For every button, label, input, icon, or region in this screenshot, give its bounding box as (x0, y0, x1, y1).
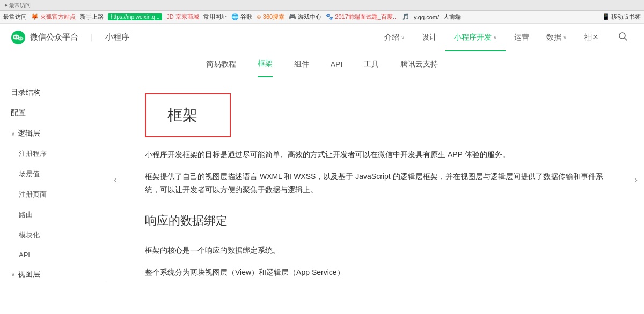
right-chevron-icon: › (634, 174, 638, 185)
bookmark-360[interactable]: ⊙ 360搜索 (257, 13, 284, 21)
bookmark-zuichang[interactable]: 最常访问 (3, 13, 27, 21)
bookmark-google[interactable]: 🌐 谷歌 (231, 13, 252, 21)
subnav-jianyijiaocheng[interactable]: 简易教程 (206, 51, 236, 77)
svg-point-3 (17, 36, 18, 38)
sidebar-item-luyou[interactable]: 路由 (0, 205, 107, 225)
browser-chrome: ● 最常访问 (0, 0, 644, 11)
app-container: 微信公众平台 ｜ 小程序 介绍∨ 设计 小程序开发∨ 运营 数据∨ 社区 (0, 24, 644, 282)
topnav-item-intro[interactable]: 介绍∨ (376, 24, 413, 51)
subnav-kuangjia[interactable]: 框架 (258, 51, 273, 77)
luoji-chevron: ∨ (11, 130, 16, 137)
bookmark-xinshoushanlu[interactable]: 新手上路 (80, 13, 104, 21)
sidebar-item-api[interactable]: API (0, 245, 107, 264)
intro-paragraph-1: 小程序开发框架的目标是通过尽可能简单、高效的方式让开发者可以在微信中开发具有原生… (145, 148, 606, 161)
svg-point-2 (14, 36, 16, 38)
svg-point-4 (18, 36, 24, 40)
topnav-item-ops[interactable]: 运营 (506, 24, 538, 51)
search-button[interactable] (613, 32, 633, 43)
section1-title: 响应的数据绑定 (145, 210, 606, 236)
data-arrow: ∨ (563, 34, 567, 40)
next-arrow-button[interactable]: › (628, 77, 644, 282)
section1-p2: 整个系统分为两块视图层（View）和逻辑层（App Service） (145, 266, 606, 279)
sidebar-item-shituceng[interactable]: ∨ 视图层 (0, 264, 107, 282)
page-title-box: 框架 (145, 93, 231, 137)
sidebar-item-peizhi[interactable]: 配置 (0, 103, 107, 123)
main-content: 框架 小程序开发框架的目标是通过尽可能简单、高效的方式让开发者可以在微信中开发具… (123, 77, 628, 282)
logo-text: 微信公众平台 (30, 32, 78, 42)
intro-paragraph-2: 框架提供了自己的视图层描述语言 WXML 和 WXSS，以及基于 JavaScr… (145, 170, 606, 197)
subnav-zujian[interactable]: 组件 (294, 51, 309, 77)
sidebar-item-changjingzhi[interactable]: 场景值 (0, 164, 107, 184)
section1-p1: 框架的核心是一个响应的数据绑定系统。 (145, 244, 606, 257)
sidebar-item-luojiceng[interactable]: ∨ 逻辑层 (0, 123, 107, 144)
intro-arrow: ∨ (401, 34, 405, 40)
bookmark-changyong[interactable]: 常用网址 (203, 13, 227, 21)
logo-sep: ｜ (88, 33, 96, 42)
logo-sub: 小程序 (105, 32, 129, 42)
left-chevron-icon: ‹ (114, 174, 117, 185)
svg-line-8 (625, 38, 627, 40)
subnav-api[interactable]: API (331, 51, 343, 77)
sidebar: 目录结构 配置 ∨ 逻辑层 注册程序 场景值 注册页面 路由 模块化 (0, 77, 107, 282)
search-icon (618, 32, 628, 41)
prev-arrow-button[interactable]: ‹ (107, 77, 123, 282)
dev-arrow: ∨ (493, 34, 497, 40)
bookmark-game[interactable]: 🎮 游戏中心 (289, 13, 321, 21)
topnav-item-data[interactable]: 数据∨ (538, 24, 575, 51)
bookmark-mobile[interactable]: 📱 移动版书签 (602, 13, 641, 21)
sidebar-item-mokuaihua[interactable]: 模块化 (0, 225, 107, 245)
bookmark-daqianduan[interactable]: 大前端 (443, 13, 461, 21)
bookmark-weixin[interactable]: https://mp.weixin.q... (108, 13, 162, 20)
browser-status: ● 最常访问 (4, 2, 31, 9)
sub-nav: 简易教程 框架 组件 API 工具 腾讯云支持 (0, 51, 644, 77)
wechat-logo-icon (11, 30, 26, 45)
topnav-item-dev[interactable]: 小程序开发∨ (445, 24, 506, 51)
svg-point-6 (21, 38, 22, 39)
subnav-gongju[interactable]: 工具 (364, 51, 379, 77)
logo-area: 微信公众平台 ｜ 小程序 (11, 30, 129, 45)
sidebar-item-zhuce-chengxu[interactable]: 注册程序 (0, 144, 107, 164)
bookmarks-bar: 最常访问 🦊 火狐官方站点 新手上路 https://mp.weixin.q..… (0, 11, 644, 24)
svg-point-5 (19, 38, 20, 39)
bookmark-baidu[interactable]: 🐾 2017前端面试题_百度... (326, 13, 398, 21)
bookmark-qqmusic[interactable]: y.qq.com/ (414, 14, 439, 20)
top-nav-links: 介绍∨ 设计 小程序开发∨ 运营 数据∨ 社区 (376, 24, 633, 51)
top-nav: 微信公众平台 ｜ 小程序 介绍∨ 设计 小程序开发∨ 运营 数据∨ 社区 (0, 24, 644, 51)
bookmark-jd[interactable]: JD 京东商城 (166, 13, 199, 21)
content-body: 小程序开发框架的目标是通过尽可能简单、高效的方式让开发者可以在微信中开发具有原生… (145, 148, 606, 282)
sidebar-item-mulu[interactable]: 目录结构 (0, 83, 107, 103)
topnav-item-design[interactable]: 设计 (413, 24, 445, 51)
shitu-chevron: ∨ (11, 271, 16, 278)
sidebar-item-zhuce-yemian[interactable]: 注册页面 (0, 184, 107, 205)
subnav-tengxunyun[interactable]: 腾讯云支持 (400, 51, 438, 77)
page-title: 框架 (167, 105, 208, 125)
topnav-item-community[interactable]: 社区 (575, 24, 608, 51)
bookmark-firefox[interactable]: 🦊 火狐官方站点 (31, 13, 76, 21)
main-area: 目录结构 配置 ∨ 逻辑层 注册程序 场景值 注册页面 路由 模块化 (0, 77, 644, 282)
